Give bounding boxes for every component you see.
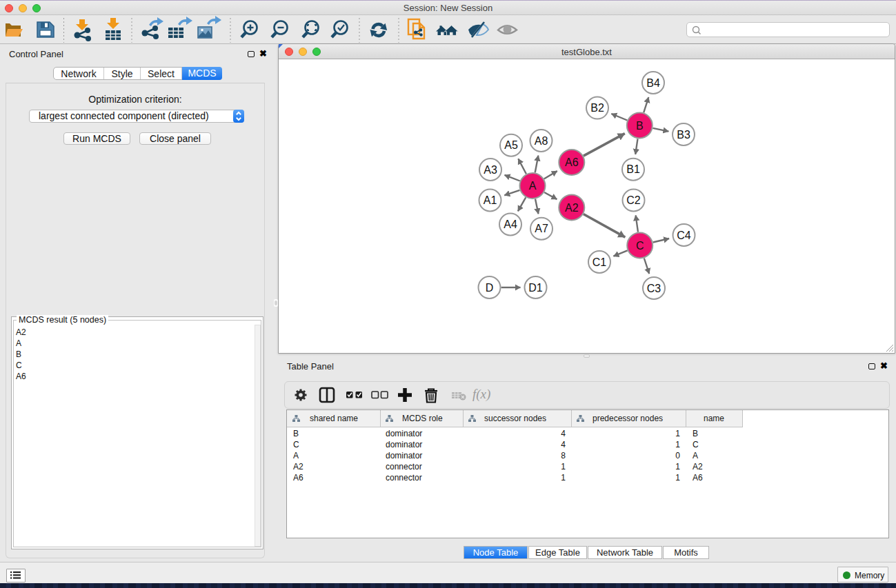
svg-text:A5: A5 xyxy=(504,139,518,151)
svg-text:A6: A6 xyxy=(293,473,303,483)
svg-text:C: C xyxy=(693,440,699,449)
svg-text:successor nodes: successor nodes xyxy=(484,414,546,423)
svg-text:1: 1 xyxy=(675,473,680,483)
svg-text:B4: B4 xyxy=(646,77,660,89)
svg-text:predecessor nodes: predecessor nodes xyxy=(593,414,663,423)
svg-text:1: 1 xyxy=(561,473,566,483)
svg-text:A: A xyxy=(293,451,299,460)
svg-text:MCDS role: MCDS role xyxy=(402,414,443,423)
svg-text:D1: D1 xyxy=(528,282,543,294)
svg-text:1: 1 xyxy=(675,429,680,438)
svg-text:B1: B1 xyxy=(626,163,640,175)
svg-text:C: C xyxy=(636,240,644,252)
svg-text:dominator: dominator xyxy=(386,429,422,438)
svg-text:A4: A4 xyxy=(504,219,517,230)
svg-text:B3: B3 xyxy=(677,129,690,141)
svg-text:A8: A8 xyxy=(535,135,548,147)
svg-text:B: B xyxy=(636,120,644,132)
svg-text:A6: A6 xyxy=(565,156,579,168)
svg-text:A: A xyxy=(693,451,698,460)
svg-text:C: C xyxy=(293,440,299,449)
svg-text:A1: A1 xyxy=(484,194,497,206)
svg-text:A: A xyxy=(529,180,537,192)
svg-text:A7: A7 xyxy=(535,223,548,234)
svg-text:connector: connector xyxy=(386,473,422,483)
svg-text:A2: A2 xyxy=(293,462,303,472)
svg-text:shared name: shared name xyxy=(310,414,358,423)
svg-text:B2: B2 xyxy=(590,102,604,114)
svg-text:dominator: dominator xyxy=(386,451,422,460)
svg-text:1: 1 xyxy=(675,462,680,472)
svg-text:connector: connector xyxy=(386,462,422,472)
svg-text:0: 0 xyxy=(675,451,680,460)
svg-text:B: B xyxy=(293,429,299,438)
svg-text:1: 1 xyxy=(675,440,680,449)
svg-text:D: D xyxy=(486,282,494,294)
svg-text:4: 4 xyxy=(561,429,566,438)
svg-text:dominator: dominator xyxy=(386,440,422,449)
svg-text:A6: A6 xyxy=(693,473,703,483)
svg-text:A3: A3 xyxy=(484,164,497,176)
svg-text:A2: A2 xyxy=(693,462,703,472)
svg-text:8: 8 xyxy=(561,451,566,460)
svg-text:C2: C2 xyxy=(626,194,641,206)
svg-text:C4: C4 xyxy=(677,230,691,241)
svg-text:name: name xyxy=(704,414,724,423)
svg-text:B: B xyxy=(693,429,698,438)
svg-text:C3: C3 xyxy=(647,283,661,294)
svg-text:A2: A2 xyxy=(565,202,579,214)
svg-text:1: 1 xyxy=(561,462,566,472)
svg-text:C1: C1 xyxy=(593,256,607,268)
svg-text:4: 4 xyxy=(561,440,566,449)
